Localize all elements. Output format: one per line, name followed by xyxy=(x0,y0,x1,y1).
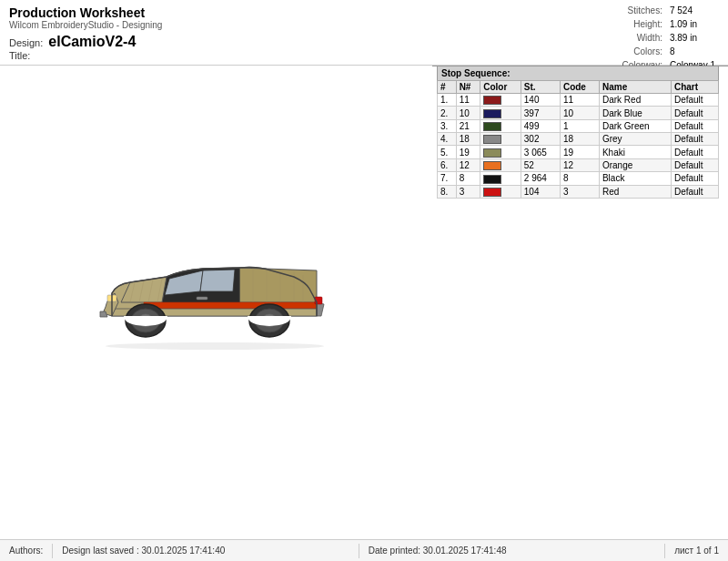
row-name: Grey xyxy=(599,133,671,146)
color-swatch xyxy=(483,188,501,197)
row-st: 3 065 xyxy=(521,146,560,158)
row-chart: Default xyxy=(671,172,718,185)
svg-point-0 xyxy=(106,342,324,350)
row-code: 11 xyxy=(560,94,599,107)
colors-label: Colors: xyxy=(619,45,666,58)
row-num: 3. xyxy=(438,119,457,132)
color-swatch xyxy=(483,122,501,131)
svg-rect-20 xyxy=(197,297,207,300)
row-code: 3 xyxy=(560,185,599,198)
row-n: 8 xyxy=(456,172,480,185)
row-chart: Default xyxy=(671,185,718,198)
row-chart: Default xyxy=(671,146,718,158)
row-n: 11 xyxy=(456,94,480,107)
col-code: Code xyxy=(560,81,599,94)
row-n: 18 xyxy=(456,133,480,146)
stitches-label: Stitches: xyxy=(619,4,666,17)
row-num: 2. xyxy=(438,107,457,119)
color-swatch xyxy=(483,148,501,158)
table-row: 6.125212OrangeDefault xyxy=(438,158,719,171)
row-color xyxy=(480,107,521,119)
row-st: 104 xyxy=(521,185,560,198)
stop-sequence-title: Stop Sequence: xyxy=(437,66,719,80)
row-name: Black xyxy=(599,172,671,185)
row-color xyxy=(480,185,521,198)
height-value: 1.09 in xyxy=(666,17,719,31)
footer: Authors: Design last saved : 30.01.2025 … xyxy=(0,539,728,561)
width-label: Width: xyxy=(619,31,666,45)
row-code: 1 xyxy=(560,119,599,132)
table-row: 5.193 06519KhakiDefault xyxy=(438,146,719,158)
table-row: 1.1114011Dark RedDefault xyxy=(438,94,719,107)
car-svg-area xyxy=(62,239,371,366)
stop-sequence-table: # N# Color St. Code Name Chart 1.1114011… xyxy=(437,80,719,199)
row-name: Orange xyxy=(599,158,671,171)
page-label: лист 1 of 1 xyxy=(665,546,728,556)
row-name: Dark Blue xyxy=(599,107,671,119)
app-subtitle: Wilcom EmbroideryStudio - Designing xyxy=(9,20,719,30)
table-row: 8.31043RedDefault xyxy=(438,185,719,198)
row-name: Dark Green xyxy=(599,119,671,132)
row-chart: Default xyxy=(671,133,718,146)
row-code: 18 xyxy=(560,133,599,146)
row-st: 499 xyxy=(521,119,560,132)
row-n: 21 xyxy=(456,119,480,132)
row-color xyxy=(480,94,521,107)
row-color xyxy=(480,158,521,171)
row-n: 10 xyxy=(456,107,480,119)
row-name: Khaki xyxy=(599,146,671,158)
title-row: Title: xyxy=(9,50,719,61)
row-code: 12 xyxy=(560,158,599,171)
title-label: Title: xyxy=(9,50,30,61)
row-code: 10 xyxy=(560,107,599,119)
table-row: 7.82 9648BlackDefault xyxy=(438,172,719,185)
row-st: 52 xyxy=(521,158,560,171)
row-color xyxy=(480,146,521,158)
row-st: 397 xyxy=(521,107,560,119)
row-num: 4. xyxy=(438,133,457,146)
row-chart: Default xyxy=(671,94,718,107)
page-title: Production Worksheet xyxy=(9,5,719,20)
row-st: 140 xyxy=(521,94,560,107)
stop-sequence-panel: Stop Sequence: # N# Color St. Code Name … xyxy=(437,66,719,199)
color-swatch xyxy=(483,161,501,170)
col-chart: Chart xyxy=(671,81,718,94)
col-color: Color xyxy=(480,81,521,94)
row-num: 1. xyxy=(438,94,457,107)
table-row: 2.1039710Dark BlueDefault xyxy=(438,107,719,119)
table-row: 3.214991Dark GreenDefault xyxy=(438,119,719,132)
row-chart: Default xyxy=(671,158,718,171)
row-name: Red xyxy=(599,185,671,198)
row-num: 7. xyxy=(438,172,457,185)
row-n: 12 xyxy=(456,158,480,171)
table-row: 4.1830218GreyDefault xyxy=(438,133,719,146)
row-num: 6. xyxy=(438,158,457,171)
row-color xyxy=(480,119,521,132)
col-name: Name xyxy=(599,81,671,94)
col-num: # xyxy=(438,81,457,94)
col-st: St. xyxy=(521,81,560,94)
row-chart: Default xyxy=(671,119,718,132)
colors-value: 8 xyxy=(666,45,719,58)
row-color xyxy=(480,133,521,146)
col-n: N# xyxy=(456,81,480,94)
color-swatch xyxy=(483,175,501,184)
saved-label: Design last saved : 30.01.2025 17:41:40 xyxy=(53,546,358,556)
row-st: 2 964 xyxy=(521,172,560,185)
row-num: 8. xyxy=(438,185,457,198)
row-st: 302 xyxy=(521,133,560,146)
design-label: Design: xyxy=(9,37,43,48)
stitches-value: 7 524 xyxy=(666,4,719,17)
color-swatch xyxy=(483,96,501,105)
row-n: 3 xyxy=(456,185,480,198)
row-code: 8 xyxy=(560,172,599,185)
design-value: elCamioV2-4 xyxy=(48,34,136,50)
row-code: 19 xyxy=(560,146,599,158)
row-name: Dark Red xyxy=(599,94,671,107)
height-label: Height: xyxy=(619,17,666,31)
color-swatch xyxy=(483,135,501,144)
row-num: 5. xyxy=(438,146,457,158)
printed-label: Date printed: 30.01.2025 17:41:48 xyxy=(359,546,664,556)
authors-label: Authors: xyxy=(0,546,52,556)
embroidery-preview xyxy=(0,66,432,538)
